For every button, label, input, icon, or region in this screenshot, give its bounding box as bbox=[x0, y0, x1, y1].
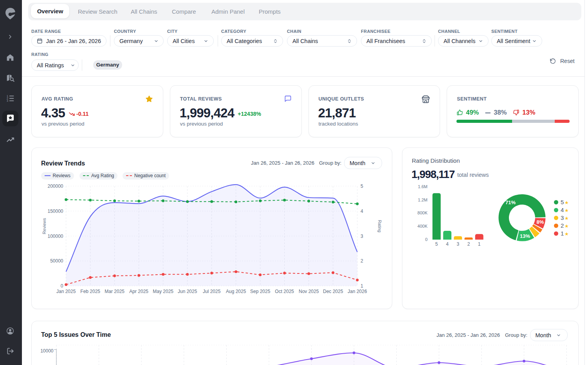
svg-text:3: 3 bbox=[6, 99, 8, 102]
